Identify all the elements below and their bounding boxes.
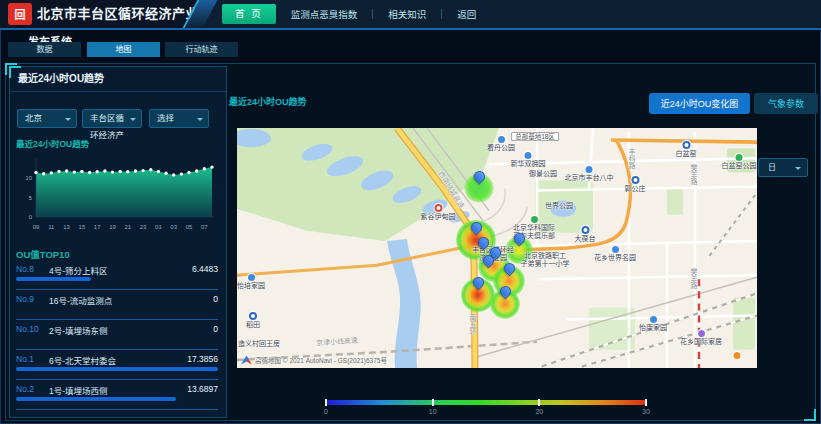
- legend-tick-label: 20: [535, 408, 543, 415]
- point-select[interactable]: 选择: [149, 109, 209, 128]
- map-section-title: 最近24小时OU趋势: [229, 95, 307, 108]
- svg-text:11: 11: [48, 224, 55, 230]
- site-name: 2号-填埋场东侧: [49, 324, 213, 336]
- top-list-item[interactable]: No.84号-筛分上料区6.4483: [16, 260, 218, 290]
- map-label: 怡康家园: [639, 316, 667, 332]
- app-root: 回 北京市丰台区循环经济产业园大气恶臭状况实时 首 页 监测点恶臭指数 相关知识…: [0, 0, 821, 424]
- map-attribution-text: 高德地图 © 2021 AutoNavi - GS(2021)6375号: [255, 355, 387, 365]
- legend-tick-label: 30: [642, 408, 650, 415]
- metro-icon: [682, 141, 690, 149]
- nav-monitor-odor-index[interactable]: 监测点恶臭指数: [276, 7, 373, 21]
- svg-text:10: 10: [25, 175, 32, 181]
- map-label: 白盆窑: [676, 141, 697, 158]
- svg-text:5: 5: [29, 195, 33, 201]
- top-list-item[interactable]: No.21号-填埋场西侧13.6897: [16, 380, 218, 410]
- ou-value: 13.6897: [187, 384, 218, 396]
- poi-blue-icon: [525, 152, 532, 159]
- card-corner-accent: [9, 66, 21, 78]
- main-panel: 最近24小时OU趋势 北京 丰台区循环经济产 选择 最近24小时OU趋势 051…: [5, 63, 816, 421]
- map-label: 南五环: [468, 314, 476, 335]
- metro-icon: [631, 176, 639, 184]
- map-label: 造义村回王房: [238, 340, 280, 348]
- value-bar: [16, 367, 218, 371]
- poi-red-icon: [434, 204, 442, 212]
- rank-label: No.2: [16, 384, 49, 396]
- rank-label: No.9: [16, 294, 49, 306]
- rank-label: No.1: [16, 354, 49, 366]
- ou-trend-chart: 0510091113151719212301030507: [12, 149, 222, 241]
- top-list-item[interactable]: No.916号-流动监测点0: [16, 290, 218, 320]
- site-name: 16号-流动监测点: [49, 294, 213, 306]
- ou-value: 17.3856: [187, 354, 218, 366]
- svg-text:0: 0: [29, 214, 33, 220]
- ou-value: 0: [213, 294, 218, 306]
- svg-text:19: 19: [109, 224, 116, 230]
- nav-back[interactable]: 返回: [442, 7, 491, 21]
- poi-blue-icon: [498, 136, 505, 143]
- value-bar: [16, 277, 218, 281]
- chart-title: 最近24小时OU趋势: [16, 137, 89, 149]
- map-label: 樊羊路: [689, 164, 697, 185]
- map-label: 花乡世界名园: [594, 246, 636, 262]
- legend-gradient-bar: [326, 400, 646, 405]
- weather-params-button[interactable]: 气象参数: [754, 93, 818, 114]
- app-logo-icon: 回: [8, 3, 32, 25]
- site-name: 1号-填埋场西侧: [49, 384, 187, 396]
- poi-purple-icon: [698, 330, 705, 337]
- svg-text:15: 15: [79, 224, 86, 230]
- map-label: 花乡国际家居: [680, 330, 722, 346]
- map-label: 稻田: [246, 312, 260, 329]
- site-name: 6号-北天堂村委会: [49, 354, 187, 366]
- map-label: 郭公庄: [625, 176, 646, 193]
- poi-green-icon: [736, 154, 743, 161]
- ou-top-list: No.84号-筛分上料区6.4483No.916号-流动监测点0No.102号-…: [16, 260, 218, 410]
- legend-tick-label: 10: [429, 408, 437, 415]
- svg-text:09: 09: [33, 224, 40, 230]
- city-select[interactable]: 北京: [17, 109, 77, 128]
- tab-map[interactable]: 地图: [87, 42, 160, 57]
- svg-text:23: 23: [140, 224, 147, 230]
- legend-notch: [645, 399, 647, 406]
- svg-text:17: 17: [94, 224, 101, 230]
- top-list-item[interactable]: No.102号-填埋场东侧0: [16, 320, 218, 350]
- poi-green-icon: [531, 216, 538, 223]
- value-bar: [16, 397, 218, 401]
- nav-knowledge[interactable]: 相关知识: [373, 7, 441, 21]
- ou-change-map-button[interactable]: 近24小时OU变化图: [649, 93, 750, 114]
- map-label: 樊羊路: [689, 268, 697, 289]
- svg-text:21: 21: [124, 224, 131, 230]
- map-label: 北京铁路职工子弟第十一小学: [521, 252, 570, 268]
- svg-text:01: 01: [155, 224, 162, 230]
- legend-tick-label: 0: [324, 408, 328, 415]
- poi-blue-icon: [586, 166, 593, 173]
- map-label: 总部基地18区: [511, 132, 559, 141]
- map-canvas[interactable]: 高德地图 © 2021 AutoNavi - GS(2021)6375号 看丹公…: [237, 128, 757, 368]
- site-name: 4号-筛分上料区: [49, 264, 192, 276]
- ou-value: 6.4483: [192, 264, 218, 276]
- poi-blue-icon: [612, 246, 619, 253]
- left-card-title: 最近24小时OU趋势: [10, 67, 226, 92]
- value-bar: [16, 307, 218, 311]
- time-range-select[interactable]: 日: [758, 158, 808, 177]
- nav-home[interactable]: 首 页: [222, 4, 276, 24]
- rank-label: No.8: [16, 264, 49, 276]
- top-list-item[interactable]: No.16号-北天堂村委会17.3856: [16, 350, 218, 380]
- metro-icon: [249, 312, 257, 320]
- tab-track[interactable]: 行动轨迹: [165, 42, 238, 57]
- tab-data[interactable]: 数据: [8, 42, 81, 57]
- legend-notch: [432, 399, 434, 406]
- metro-icon: [581, 226, 589, 234]
- legend-notch: [538, 399, 540, 406]
- park-select[interactable]: 丰台区循环经济产: [82, 109, 142, 128]
- map-label: 怡培家园: [237, 274, 265, 290]
- map-attribution: 高德地图 © 2021 AutoNavi - GS(2021)6375号: [241, 355, 387, 365]
- map-label: 紫谷伊甸园: [421, 204, 456, 221]
- legend-notch: [325, 399, 327, 406]
- map-label: 大葆台: [575, 226, 596, 243]
- rank-label: No.10: [16, 324, 49, 336]
- svg-text:13: 13: [63, 224, 70, 230]
- value-bar: [16, 337, 218, 341]
- trend-left-card: 最近24小时OU趋势 北京 丰台区循环经济产 选择 最近24小时OU趋势 051…: [9, 66, 227, 418]
- svg-text:07: 07: [201, 224, 208, 230]
- top-header: 回 北京市丰台区循环经济产业园大气恶臭状况实时 首 页 监测点恶臭指数 相关知识…: [0, 0, 821, 30]
